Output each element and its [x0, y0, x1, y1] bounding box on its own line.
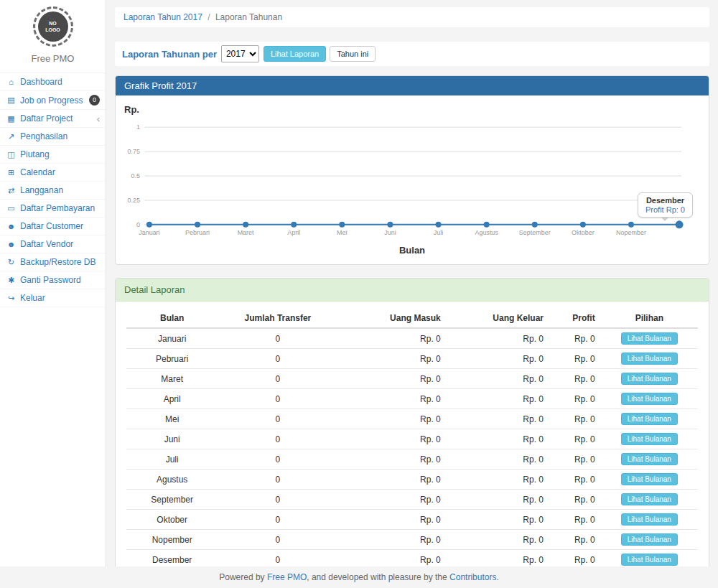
cell-bulan: Januari	[126, 328, 218, 349]
chart-y-axis-title: Rp.	[124, 104, 139, 115]
breadcrumb-link-laporan-tahun[interactable]: Laporan Tahun 2017	[123, 12, 202, 22]
lihat-laporan-button[interactable]: Lihat Laporan	[264, 46, 326, 62]
cell-profit: Rp. 0	[549, 389, 601, 409]
cell-bulan: Juli	[126, 449, 218, 470]
sidebar-item-label: Penghasilan	[20, 131, 67, 141]
cell-bulan: Mei	[126, 409, 218, 429]
sidebar-item-penghasilan[interactable]: ↗Penghasilan	[0, 128, 106, 146]
sidebar-item-calendar[interactable]: ⊞Calendar	[0, 164, 106, 182]
chart-body: Rp. 00.250.50.751JanuariPebruariMaretApr…	[116, 95, 709, 264]
tasks-icon: ▤	[6, 95, 17, 105]
sidebar-item-label: Daftar Vendor	[20, 239, 73, 249]
cell-uang-keluar: Rp. 0	[447, 349, 549, 369]
cell-jumlah-transfer: 0	[218, 389, 337, 409]
column-header-uang-keluar: Uang Keluar	[447, 309, 549, 328]
cell-pilihan: Lihat Bulanan	[601, 429, 698, 449]
table-header-row: BulanJumlah TransferUang MasukUang Kelua…	[126, 309, 698, 328]
cell-bulan: Maret	[126, 369, 218, 389]
lihat-bulanan-button[interactable]: Lihat Bulanan	[621, 473, 678, 485]
sidebar-item-job-on-progress[interactable]: ▤Job on Progress0	[0, 91, 106, 110]
free-pmo-link[interactable]: Free PMO	[267, 572, 307, 582]
no-logo-stamp: NO LOGO	[33, 6, 73, 47]
cell-profit: Rp. 0	[549, 510, 601, 530]
sidebar-item-daftar-pembayaran[interactable]: ▭Daftar Pembayaran	[0, 200, 106, 218]
cell-uang-keluar: Rp. 0	[447, 409, 549, 429]
sidebar-item-daftar-customer[interactable]: ☻Daftar Customer	[0, 218, 106, 235]
sidebar-item-label: Ganti Password	[20, 275, 81, 285]
cell-uang-masuk: Rp. 0	[338, 409, 447, 429]
lihat-bulanan-button[interactable]: Lihat Bulanan	[621, 554, 678, 566]
svg-text:0: 0	[136, 221, 140, 228]
table-row: Juli0Rp. 0Rp. 0Rp. 0Lihat Bulanan	[126, 449, 698, 470]
cell-bulan: Agustus	[126, 470, 218, 490]
lihat-bulanan-button[interactable]: Lihat Bulanan	[621, 373, 678, 385]
sidebar: NO LOGO Free PMO ⌂Dashboard▤Job on Progr…	[0, 0, 106, 566]
cell-uang-keluar: Rp. 0	[447, 429, 549, 449]
cell-pilihan: Lihat Bulanan	[601, 470, 698, 490]
cell-uang-keluar: Rp. 0	[447, 530, 549, 550]
cell-profit: Rp. 0	[549, 490, 601, 510]
sidebar-item-label: Dashboard	[20, 77, 62, 87]
app-window: NO LOGO Free PMO ⌂Dashboard▤Job on Progr…	[0, 0, 718, 566]
cell-uang-masuk: Rp. 0	[338, 349, 447, 369]
lihat-bulanan-button[interactable]: Lihat Bulanan	[621, 332, 678, 345]
lihat-bulanan-button[interactable]: Lihat Bulanan	[621, 353, 678, 365]
svg-text:Januari: Januari	[139, 229, 159, 236]
sidebar-item-daftar-vendor[interactable]: ☻Daftar Vendor	[0, 235, 106, 253]
cell-jumlah-transfer: 0	[218, 369, 337, 389]
cell-pilihan: Lihat Bulanan	[601, 349, 698, 369]
footer-text: Powered by	[219, 572, 267, 582]
cell-jumlah-transfer: 0	[218, 429, 337, 449]
lihat-bulanan-button[interactable]: Lihat Bulanan	[621, 493, 678, 505]
column-header-uang-masuk: Uang Masuk	[338, 309, 447, 328]
sidebar-item-daftar-project[interactable]: ▦Daftar Project‹	[0, 110, 106, 128]
svg-text:Pebruari: Pebruari	[185, 229, 210, 236]
tooltip-profit-value: Profit Rp: 0	[645, 205, 685, 214]
sidebar-item-ganti-password[interactable]: ✱Ganti Password	[0, 271, 106, 289]
contributors-link[interactable]: Contributors	[449, 572, 496, 582]
lihat-bulanan-button[interactable]: Lihat Bulanan	[621, 513, 678, 526]
svg-text:Agustus: Agustus	[475, 229, 498, 236]
lihat-bulanan-button[interactable]: Lihat Bulanan	[621, 533, 678, 546]
sidebar-item-label: Daftar Customer	[20, 221, 83, 231]
cell-pilihan: Lihat Bulanan	[601, 328, 698, 349]
cell-uang-keluar: Rp. 0	[447, 389, 549, 409]
table-row: Januari0Rp. 0Rp. 0Rp. 0Lihat Bulanan	[126, 328, 698, 349]
chevron-left-icon: ‹	[97, 114, 100, 123]
lihat-bulanan-button[interactable]: Lihat Bulanan	[621, 393, 678, 405]
cell-uang-masuk: Rp. 0	[338, 510, 447, 530]
svg-text:Nopember: Nopember	[616, 229, 646, 236]
sidebar-item-backup-restore-db[interactable]: ↻Backup/Restore DB	[0, 253, 106, 271]
sidebar-item-langganan[interactable]: ⇄Langganan	[0, 182, 106, 200]
lihat-bulanan-button[interactable]: Lihat Bulanan	[621, 453, 678, 465]
credit-card-icon: ▭	[6, 204, 17, 213]
cell-profit: Rp. 0	[549, 530, 601, 550]
sign-out-icon: ↪	[6, 294, 17, 303]
sidebar-item-keluar[interactable]: ↪Keluar	[0, 289, 106, 307]
lihat-bulanan-button[interactable]: Lihat Bulanan	[621, 413, 678, 425]
cell-uang-masuk: Rp. 0	[338, 429, 447, 449]
cell-uang-keluar: Rp. 0	[447, 470, 549, 490]
lock-icon: ✱	[6, 276, 17, 285]
cell-jumlah-transfer: 0	[218, 349, 337, 369]
cell-pilihan: Lihat Bulanan	[601, 409, 698, 429]
sidebar-item-dashboard[interactable]: ⌂Dashboard	[0, 73, 106, 91]
year-select[interactable]: 2017	[221, 45, 259, 62]
cell-jumlah-transfer: 0	[218, 490, 337, 510]
cell-profit: Rp. 0	[549, 328, 601, 349]
sidebar-item-piutang[interactable]: ◫Piutang	[0, 146, 106, 164]
sidebar-item-label: Keluar	[20, 293, 45, 303]
cell-uang-keluar: Rp. 0	[447, 328, 549, 349]
tahun-ini-button[interactable]: Tahun ini	[330, 46, 376, 62]
lihat-bulanan-button[interactable]: Lihat Bulanan	[621, 433, 678, 445]
cell-uang-masuk: Rp. 0	[338, 490, 447, 510]
table-row: Agustus0Rp. 0Rp. 0Rp. 0Lihat Bulanan	[126, 470, 698, 490]
cell-pilihan: Lihat Bulanan	[601, 449, 698, 470]
detail-report-panel: Detail Laporan BulanJumlah TransferUang …	[115, 278, 709, 566]
job-count-badge: 0	[89, 95, 100, 106]
sidebar-item-label: Backup/Restore DB	[20, 257, 95, 267]
svg-text:Juli: Juli	[434, 229, 443, 236]
table-row: Pebruari0Rp. 0Rp. 0Rp. 0Lihat Bulanan	[126, 349, 698, 369]
svg-text:April: April	[287, 229, 300, 236]
table-row: September0Rp. 0Rp. 0Rp. 0Lihat Bulanan	[126, 490, 698, 510]
